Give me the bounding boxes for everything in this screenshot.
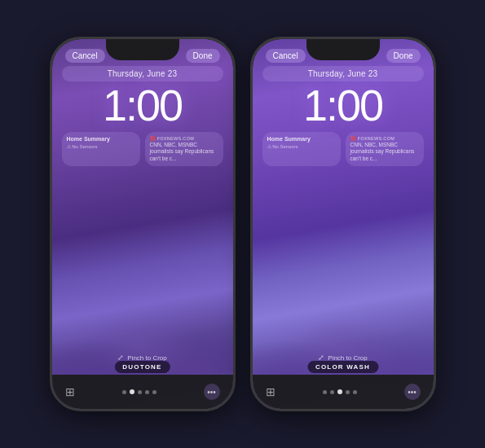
left-home-widget-sub: ⚠ No Sensors [67,143,135,149]
left-home-widget-sub-text: ⚠ No Sensors [67,143,98,149]
right-lockscreen: Cancel Done Thursday, June 23 1:00 Home … [253,39,434,409]
left-news-source: 🟥 FOXNEWS.COM [150,136,218,141]
left-lockscreen: Cancel Done Thursday, June 23 1:00 Home … [52,39,233,409]
right-dot-2 [330,390,334,394]
left-phone-bottom: ⊞ ••• [52,375,233,409]
left-dot-1 [122,390,126,394]
right-date-label: Thursday, June 23 [269,69,417,78]
right-cancel-button[interactable]: Cancel [266,49,306,63]
right-news-widget: 🟥 FOXNEWS.COM CNN, NBC, MSNBC journalist… [346,132,424,166]
left-phone-frame: Cancel Done Thursday, June 23 1:00 Home … [50,37,236,411]
left-dot-4 [145,390,149,394]
right-home-widget-sub: ⚠ No Sensors [267,143,336,149]
right-news-text: CNN, NBC, MSNBC journalists say Republic… [351,142,419,162]
right-dot-5 [353,390,357,394]
left-cancel-button[interactable]: Cancel [65,49,105,63]
right-done-button[interactable]: Done [386,49,421,63]
left-more-button[interactable]: ••• [204,384,220,400]
left-date-label: Thursday, June 23 [68,69,217,78]
left-home-widget: Home Summary ⚠ No Sensors [62,132,140,166]
left-done-button[interactable]: Done [186,49,220,63]
right-home-widget: Home Summary ⚠ No Sensors [262,132,341,166]
right-clock: 1:00 [262,81,424,129]
left-news-text: CNN, NBC, MSNBC journalists say Republic… [150,142,218,162]
right-bottom-dots [323,389,357,394]
left-phone-wrapper: Cancel Done Thursday, June 23 1:00 Home … [50,37,236,411]
right-widgets-row: Home Summary ⚠ No Sensors 🟥 FOXNEWS.COM … [262,132,424,166]
left-more-dots: ••• [207,388,216,397]
right-home-widget-sub-text: ⚠ No Sensors [267,143,298,149]
right-date-widget: Thursday, June 23 [262,66,424,81]
left-dot-3 [138,390,142,394]
right-gallery-icon[interactable]: ⊞ [266,385,276,398]
right-dot-3 [337,389,342,394]
left-notch [106,39,179,60]
left-news-widget: 🟥 FOXNEWS.COM CNN, NBC, MSNBC journalist… [145,132,223,166]
right-news-source: 🟥 FOXNEWS.COM [351,136,419,141]
left-filter-label[interactable]: DUOTONE [114,361,170,373]
left-widgets-row: Home Summary ⚠ No Sensors 🟥 FOXNEWS.COM … [62,132,223,166]
left-dot-5 [152,390,157,394]
left-gallery-icon[interactable]: ⊞ [65,385,75,398]
right-phone-wrapper: Cancel Done Thursday, June 23 1:00 Home … [250,37,436,411]
left-dot-2 [130,389,134,394]
right-dot-4 [346,390,350,394]
right-dot-1 [323,390,327,394]
right-home-widget-title: Home Summary [267,136,336,142]
right-more-dots: ••• [408,388,417,397]
left-home-widget-title: Home Summary [67,136,135,142]
right-notch [306,39,380,60]
right-phone-bottom: ⊞ ••• [253,375,434,409]
left-clock: 1:00 [62,81,223,129]
left-bottom-dots [122,389,157,394]
right-phone-frame: Cancel Done Thursday, June 23 1:00 Home … [250,37,436,411]
right-filter-label[interactable]: COLOR WASH [307,361,378,373]
right-more-button[interactable]: ••• [404,384,421,400]
left-date-widget: Thursday, June 23 [62,66,223,81]
